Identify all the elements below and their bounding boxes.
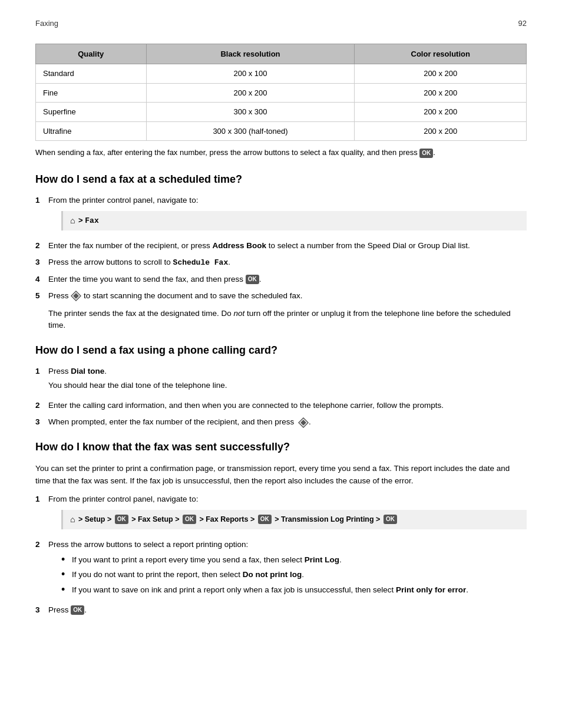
ok-icon-nav2: OK bbox=[183, 515, 196, 524]
ok-icon-nav3: OK bbox=[258, 515, 272, 524]
col-black-res: Black resolution bbox=[146, 44, 355, 64]
section1-note: The printer sends the fax at the designa… bbox=[48, 308, 527, 332]
step-1-3: 3 Press the arrow buttons to scroll to S… bbox=[35, 256, 527, 269]
report-options-list: • If you want to print a report every ti… bbox=[61, 554, 527, 596]
table-cell: Ultrafine bbox=[36, 121, 147, 141]
ok-icon-nav1: OK bbox=[115, 515, 128, 524]
section3-intro: You can set the printer to print a confi… bbox=[35, 462, 527, 487]
page-header: Faxing 92 bbox=[35, 18, 527, 29]
step-2-2: 2 Enter the calling card information, an… bbox=[35, 400, 527, 411]
table-cell: 300 x 300 bbox=[146, 103, 355, 122]
table-cell: 200 x 200 bbox=[355, 103, 527, 122]
section2-steps: 1 Press Dial tone. You should hear the d… bbox=[35, 365, 527, 429]
step-2-3: 3 When prompted, enter the fax number of… bbox=[35, 416, 527, 428]
step-3-3: 3 Press OK. bbox=[35, 604, 527, 616]
step-1-1: 1 From the printer control panel, naviga… bbox=[35, 195, 527, 235]
table-cell: 200 x 100 bbox=[146, 64, 355, 84]
home-icon: ⌂ bbox=[70, 215, 75, 227]
col-color-res: Color resolution bbox=[355, 44, 527, 64]
bullet-print-error: • If you want to save on ink and print a… bbox=[61, 584, 527, 596]
nav-path-setup: ⌂ > Setup > OK > Fax Setup > OK > Fax Re… bbox=[61, 510, 527, 529]
resolution-table: Quality Black resolution Color resolutio… bbox=[35, 44, 527, 141]
section-fax-confirmation: How do I know that the fax was sent succ… bbox=[35, 439, 527, 617]
home-icon-s3: ⌂ bbox=[70, 513, 75, 526]
table-cell: Superfine bbox=[36, 103, 147, 122]
dial-tone-note: You should hear the dial tone of the tel… bbox=[48, 380, 527, 391]
ok-icon-step4: OK bbox=[246, 275, 259, 284]
section1-heading: How do I send a fax at a scheduled time? bbox=[35, 172, 527, 187]
table-cell: 200 x 200 bbox=[355, 83, 527, 103]
table-cell: 300 x 300 (half-toned) bbox=[146, 121, 355, 141]
step-1-5: 5 Press to start scanning the document a… bbox=[35, 290, 527, 302]
ok-icon-nav4: OK bbox=[384, 515, 397, 524]
ok-button-icon: OK bbox=[419, 149, 433, 158]
col-quality: Quality bbox=[36, 44, 147, 64]
header-right: 92 bbox=[518, 18, 527, 29]
table-cell: Fine bbox=[36, 83, 147, 103]
section-calling-card: How do I send a fax using a phone callin… bbox=[35, 342, 527, 429]
step-3-2: 2 Press the arrow buttons to select a re… bbox=[35, 539, 527, 599]
section3-steps: 1 From the printer control panel, naviga… bbox=[35, 493, 527, 617]
header-left: Faxing bbox=[35, 18, 58, 29]
nav-path-fax: ⌂ > Fax bbox=[61, 211, 527, 230]
section3-heading: How do I know that the fax was sent succ… bbox=[35, 439, 527, 455]
start-icon-s2 bbox=[298, 417, 309, 428]
table-cell: Standard bbox=[36, 64, 147, 84]
step-1-4: 4 Enter the time you want to send the fa… bbox=[35, 274, 527, 285]
ok-icon-step3-3: OK bbox=[71, 605, 84, 615]
step-1-2: 2 Enter the fax number of the recipient,… bbox=[35, 240, 527, 252]
bullet-no-print: • If you do not want to print the report… bbox=[61, 569, 527, 581]
table-cell: 200 x 200 bbox=[355, 64, 527, 84]
step-3-1: 1 From the printer control panel, naviga… bbox=[35, 493, 527, 534]
section1-steps: 1 From the printer control panel, naviga… bbox=[35, 195, 527, 302]
section-scheduled-fax: How do I send a fax at a scheduled time?… bbox=[35, 172, 527, 332]
step-2-1: 1 Press Dial tone. You should hear the d… bbox=[35, 365, 527, 396]
bullet-print-log: • If you want to print a report every ti… bbox=[61, 554, 527, 566]
table-caption: When sending a fax, after entering the f… bbox=[35, 147, 527, 159]
table-cell: 200 x 200 bbox=[146, 83, 355, 103]
start-scan-icon bbox=[71, 291, 81, 301]
section2-heading: How do I send a fax using a phone callin… bbox=[35, 342, 527, 358]
table-cell: 200 x 200 bbox=[355, 121, 527, 141]
